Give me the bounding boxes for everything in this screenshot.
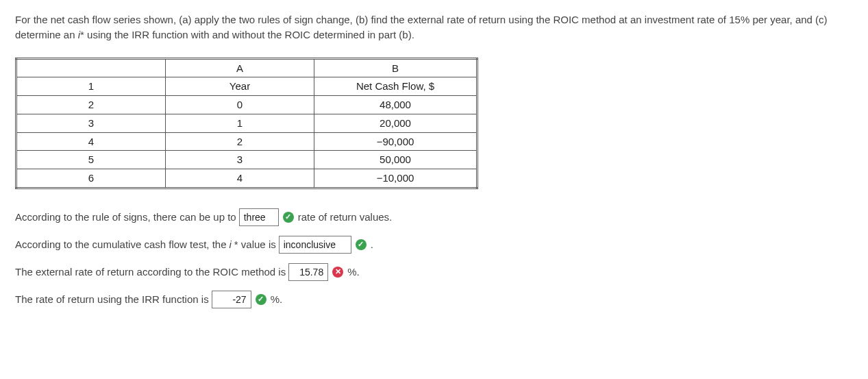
answer4-input[interactable] (212, 291, 251, 308)
row-a: 0 (166, 96, 314, 114)
row-num: 6 (16, 169, 166, 188)
table-row: 5 3 50,000 (16, 151, 478, 169)
question-after-i: * using the IRR function with and withou… (80, 29, 414, 40)
answer1-pre: According to the rule of signs, there ca… (15, 210, 236, 225)
answer3-input[interactable] (288, 263, 328, 281)
check-icon: ✓ (356, 239, 367, 250)
row-b: 50,000 (314, 151, 478, 169)
answer2-post: . (371, 237, 373, 252)
answer3-post: %. (347, 265, 360, 280)
answer1-post: rate of return values. (298, 210, 393, 225)
header-a: A (166, 58, 314, 77)
table-row: 1 Year Net Cash Flow, $ (16, 77, 478, 96)
answer4-post: %. (271, 292, 283, 307)
row-a: 3 (166, 151, 314, 169)
answer2-mid: * value is (234, 237, 276, 252)
row-num: 5 (16, 151, 166, 169)
answer4-pre: The rate of return using the IRR functio… (15, 292, 209, 307)
answer2-i: i (230, 237, 232, 252)
row-num: 4 (16, 132, 166, 151)
answer-line-3: The external rate of return according to… (15, 263, 853, 281)
header-b: B (314, 58, 478, 77)
answer-line-4: The rate of return using the IRR functio… (15, 291, 853, 308)
table-row: 3 1 20,000 (16, 114, 478, 132)
answer3-pre: The external rate of return according to… (15, 265, 286, 280)
row-a: 4 (166, 169, 314, 188)
table-header-row: A B (16, 58, 478, 77)
row-b: −10,000 (314, 169, 478, 188)
check-icon: ✓ (283, 212, 294, 223)
table-row: 2 0 48,000 (16, 96, 478, 114)
question-text: For the net cash flow series shown, (a) … (15, 12, 853, 42)
cash-flow-table: A B 1 Year Net Cash Flow, $ 2 0 48,000 3… (15, 58, 478, 189)
answer-line-2: According to the cumulative cash flow te… (15, 236, 853, 254)
answer-line-1: According to the rule of signs, there ca… (15, 208, 853, 226)
row-b: 20,000 (314, 114, 478, 132)
row-a: Year (166, 77, 314, 96)
row-num: 1 (16, 77, 166, 96)
row-a: 2 (166, 132, 314, 151)
answer2-input[interactable] (279, 236, 351, 254)
row-num: 3 (16, 114, 166, 132)
check-icon: ✓ (256, 294, 266, 305)
row-a: 1 (166, 114, 314, 132)
row-b: 48,000 (314, 96, 478, 114)
header-blank (16, 58, 166, 77)
cross-icon: ✕ (332, 267, 343, 278)
table-row: 6 4 −10,000 (16, 169, 478, 188)
row-b: Net Cash Flow, $ (314, 77, 478, 96)
row-b: −90,000 (314, 132, 478, 151)
answer2-pre: According to the cumulative cash flow te… (15, 237, 227, 252)
answer1-input[interactable] (239, 208, 279, 226)
row-num: 2 (16, 96, 166, 114)
table-row: 4 2 −90,000 (16, 132, 478, 151)
